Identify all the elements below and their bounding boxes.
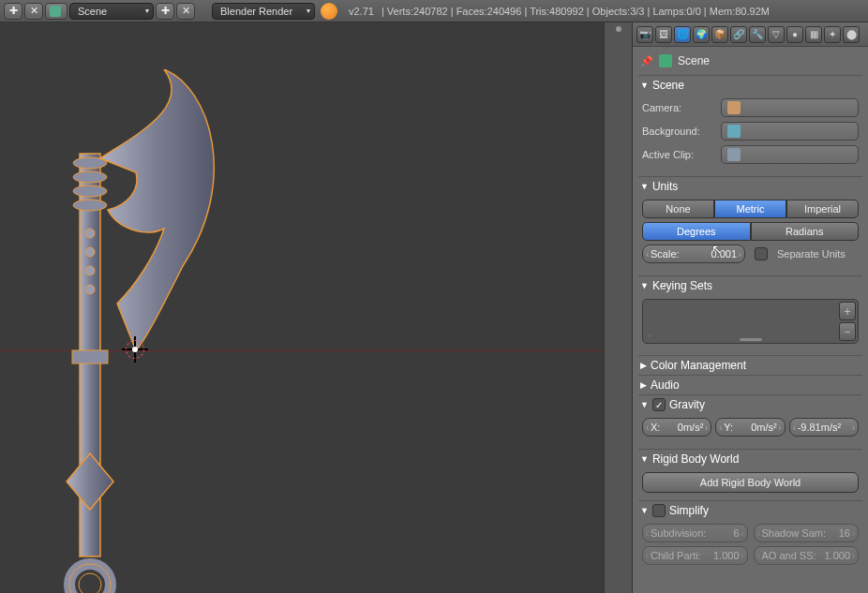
tab-render[interactable]: 📷 — [636, 26, 653, 43]
svg-point-5 — [85, 229, 95, 238]
keying-sets-list[interactable]: ＋ － ◦ — [642, 299, 859, 344]
list-resize-handle[interactable] — [740, 338, 762, 341]
close-layout-icon[interactable]: ✕ — [24, 3, 43, 20]
panel-gravity-header[interactable]: ▼ Gravity — [638, 394, 862, 414]
tab-texture[interactable]: ▦ — [805, 26, 822, 43]
simplify-ao-field[interactable]: AO and SS: 1.000 — [754, 546, 860, 565]
separate-units-checkbox[interactable] — [755, 247, 768, 260]
scene-icon — [659, 54, 672, 67]
simplify-shadow-field[interactable]: Shadow Sam: 16 — [754, 524, 860, 542]
tab-modifiers[interactable]: 🔧 — [749, 26, 766, 43]
scene-data-icon — [50, 6, 61, 17]
toolbar-handle-icon[interactable] — [616, 26, 621, 32]
panel-scene-title: Scene — [652, 79, 684, 92]
simplify-subdiv-field[interactable]: Subdivision: 6 — [642, 524, 748, 542]
tab-constraints[interactable]: 🔗 — [730, 26, 747, 43]
3d-viewport[interactable] — [0, 22, 604, 593]
chevron-right-icon: ▶ — [640, 380, 647, 390]
chevron-down-icon: ▼ — [640, 182, 649, 191]
camera-field[interactable] — [721, 98, 859, 117]
render-engine-selector[interactable]: Blender Render — [212, 3, 315, 20]
separate-units-label: Separate Units — [777, 248, 846, 259]
list-corner-icon: ◦ — [649, 332, 651, 340]
svg-point-6 — [85, 247, 95, 257]
unit-imperial-button[interactable]: Imperial — [786, 200, 859, 218]
panel-units-header[interactable]: ▼ Units — [638, 176, 862, 196]
camera-label: Camera: — [642, 102, 715, 113]
add-layout-icon[interactable]: ✚ — [4, 3, 22, 20]
chevron-down-icon: ▼ — [640, 506, 649, 515]
tab-physics[interactable]: ⬤ — [843, 26, 860, 43]
tab-object[interactable]: 📦 — [711, 26, 728, 43]
unit-scale-field[interactable]: Scale: 0.001 — [642, 245, 745, 263]
panel-keying-title: Keying Sets — [652, 279, 712, 292]
unit-metric-button[interactable]: Metric — [714, 200, 786, 218]
panel-scene-header[interactable]: ▼ Scene — [638, 75, 862, 95]
panel-audio-title: Audio — [651, 378, 680, 392]
version-label: v2.71 — [349, 6, 374, 17]
panel-simplify-title: Simplify — [669, 504, 709, 517]
chevron-down-icon: ▼ — [640, 400, 649, 409]
tab-particles[interactable]: ✦ — [824, 26, 841, 43]
svg-point-3 — [73, 185, 107, 197]
add-keyingset-button[interactable]: ＋ — [839, 302, 856, 320]
chevron-down-icon: ▼ — [640, 81, 649, 90]
tab-world[interactable]: 🌍 — [693, 26, 710, 43]
chevron-down-icon: ▼ — [640, 281, 649, 290]
simplify-checkbox[interactable] — [652, 504, 666, 517]
gravity-x-field[interactable]: X: 0m/s² — [642, 418, 711, 437]
gravity-y-field[interactable]: Y: 0m/s² — [715, 418, 785, 437]
panel-color-header[interactable]: ▶ Color Management — [638, 355, 862, 375]
svg-point-8 — [85, 285, 95, 294]
properties-panel: 📷 🖼 🌐 🌍 📦 🔗 🔧 ▽ ● ▦ ✦ ⬤ 📌 Scene ▼ Scene — [632, 22, 868, 593]
scene-browse-icon — [727, 125, 741, 138]
add-scene-icon[interactable]: ✚ — [156, 3, 174, 20]
svg-point-2 — [73, 171, 107, 183]
gravity-z-field[interactable]: -9.81m/s² — [789, 418, 859, 437]
scene-selector-label: Scene — [78, 6, 107, 17]
scale-value: 0.001 — [711, 248, 737, 259]
pin-icon[interactable]: 📌 — [640, 55, 653, 67]
svg-rect-9 — [72, 350, 108, 363]
chevron-down-icon: ▼ — [640, 454, 649, 464]
render-engine-label: Blender Render — [220, 6, 292, 17]
background-field[interactable] — [721, 122, 859, 141]
scene-selector[interactable]: Scene — [69, 3, 154, 20]
remove-keyingset-button[interactable]: － — [839, 322, 856, 341]
unit-radians-button[interactable]: Radians — [751, 222, 860, 241]
gravity-checkbox[interactable] — [652, 398, 666, 411]
scale-label: Scale: — [651, 248, 680, 259]
blender-logo-icon — [321, 3, 337, 20]
tab-scene[interactable]: 🌐 — [674, 26, 691, 43]
tab-material[interactable]: ● — [786, 26, 803, 43]
svg-point-12 — [79, 573, 101, 593]
svg-point-10 — [69, 564, 111, 593]
chevron-right-icon: ▶ — [640, 361, 647, 370]
svg-point-4 — [73, 200, 107, 211]
panel-audio-header[interactable]: ▶ Audio — [638, 375, 862, 394]
delete-scene-icon[interactable]: ✕ — [176, 3, 195, 20]
mesh-object[interactable] — [52, 69, 239, 593]
unit-none-button[interactable]: None — [642, 200, 714, 218]
tab-render-layers[interactable]: 🖼 — [655, 26, 672, 43]
activeclip-label: Active Clip: — [642, 149, 715, 160]
simplify-child-field[interactable]: Child Parti: 1.000 — [642, 546, 748, 565]
properties-tabs: 📷 🖼 🌐 🌍 📦 🔗 🔧 ▽ ● ▦ ✦ ⬤ — [633, 22, 868, 47]
top-header: ✚ ✕ Scene ✚ ✕ Blender Render v2.71 | Ver… — [0, 0, 868, 22]
panel-gravity-title: Gravity — [669, 398, 705, 411]
panel-color-title: Color Management — [651, 359, 746, 372]
unit-degrees-button[interactable]: Degrees — [642, 222, 751, 241]
panel-keying-header[interactable]: ▼ Keying Sets — [638, 275, 862, 295]
viewport-toolbar — [604, 22, 632, 593]
activeclip-field[interactable] — [721, 145, 859, 164]
panel-rigid-header[interactable]: ▼ Rigid Body World — [638, 449, 862, 468]
scene-browse-button[interactable] — [45, 3, 67, 20]
clip-browse-icon — [727, 148, 741, 161]
tab-data[interactable]: ▽ — [768, 26, 785, 43]
svg-point-7 — [85, 266, 95, 275]
add-rigid-body-button[interactable]: Add Rigid Body World — [642, 472, 859, 493]
panel-simplify-header[interactable]: ▼ Simplify — [638, 500, 862, 520]
object-browse-icon — [727, 101, 741, 114]
background-label: Background: — [642, 126, 715, 137]
panel-rigid-title: Rigid Body World — [652, 452, 739, 466]
